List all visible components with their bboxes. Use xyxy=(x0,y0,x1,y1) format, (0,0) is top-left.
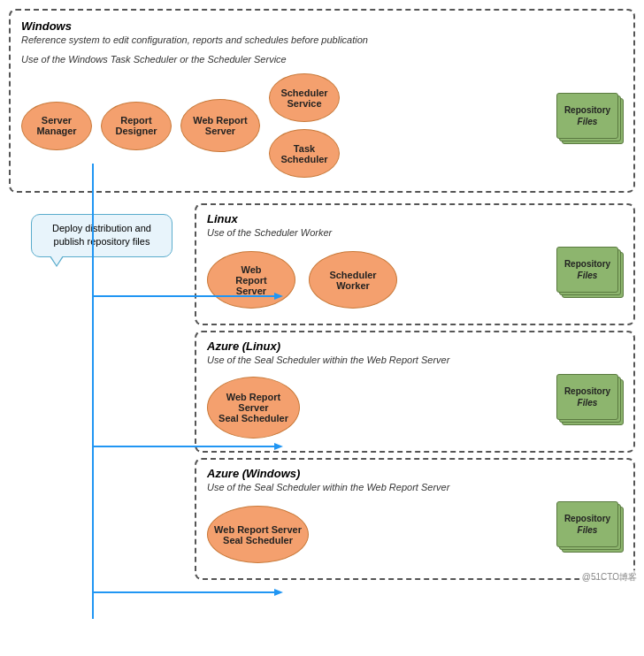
node-scheduler-service: SchedulerService xyxy=(269,73,340,122)
azure-linux-subtitle: Use of the Seal Scheduler within the Web… xyxy=(207,355,623,365)
azure-windows-title: Azure (Windows) xyxy=(207,467,623,480)
watermark: @51CTO博客 xyxy=(579,570,640,584)
azure-windows-subtitle: Use of the Seal Scheduler within the Web… xyxy=(207,482,623,492)
file-card-aw-3: RepositoryFiles xyxy=(556,501,618,547)
repo-stack-windows: RepositoryFiles xyxy=(556,93,623,159)
azure-windows-section: Azure (Windows) Use of the Seal Schedule… xyxy=(195,458,635,580)
repo-stack-linux: RepositoryFiles xyxy=(556,247,623,313)
repo-files-azure-windows: RepositoryFiles xyxy=(556,501,623,568)
repo-files-linux: RepositoryFiles xyxy=(556,247,623,313)
repo-label-azure-windows: RepositoryFiles xyxy=(564,513,610,536)
azure-linux-title: Azure (Linux) xyxy=(207,339,623,353)
deploy-label: Deploy distribution and publish reposito… xyxy=(52,223,151,247)
main-container: Windows Reference system to edit configu… xyxy=(0,0,644,589)
right-sections: Linux Use of the Scheduler Worker WebRep… xyxy=(195,196,635,580)
linux-subtitle: Use of the Scheduler Worker xyxy=(207,227,623,238)
scheduler-group: SchedulerService TaskScheduler xyxy=(269,73,340,178)
repo-stack-azure-linux: RepositoryFiles xyxy=(556,374,623,440)
node-task-scheduler: TaskScheduler xyxy=(269,129,340,178)
azure-linux-section: Azure (Linux) Use of the Seal Scheduler … xyxy=(195,331,635,453)
node-web-report-server-win: Web ReportServer xyxy=(180,99,260,152)
repo-label-windows: RepositoryFiles xyxy=(564,104,610,127)
windows-nodes-row: ServerManager ReportDesigner Web ReportS… xyxy=(21,73,623,178)
linux-row: WebReportServer SchedulerWorker Reposito… xyxy=(207,247,623,313)
repo-files-azure-linux: RepositoryFiles xyxy=(556,374,623,440)
azure-linux-row: Web ReportServerSeal Scheduler Repositor… xyxy=(207,374,623,440)
svg-marker-6 xyxy=(274,589,283,596)
repo-label-linux: RepositoryFiles xyxy=(564,258,610,281)
node-web-report-server-seal-windows: Web Report ServerSeal Scheduler xyxy=(207,506,309,563)
deploy-bubble: Deploy distribution and publish reposito… xyxy=(31,214,172,257)
windows-section: Windows Reference system to edit configu… xyxy=(9,9,635,193)
file-card-win-3: RepositoryFiles xyxy=(556,93,618,139)
repo-label-azure-linux: RepositoryFiles xyxy=(564,385,610,408)
node-web-report-server-linux: WebReportServer xyxy=(207,251,295,309)
middle-area: Deploy distribution and publish reposito… xyxy=(9,196,635,580)
node-web-report-server-seal-linux: Web ReportServerSeal Scheduler xyxy=(207,377,300,439)
node-report-designer: ReportDesigner xyxy=(101,102,172,150)
windows-title: Windows xyxy=(21,19,623,33)
repo-files-windows: RepositoryFiles xyxy=(556,93,623,159)
node-server-manager: ServerManager xyxy=(21,102,92,150)
left-connector: Deploy distribution and publish reposito… xyxy=(9,196,195,580)
windows-subtitle1: Reference system to edit configuration, … xyxy=(21,34,623,45)
linux-title: Linux xyxy=(207,212,623,225)
file-card-linux-3: RepositoryFiles xyxy=(556,247,618,293)
repo-stack-azure-windows: RepositoryFiles xyxy=(556,501,623,568)
azure-windows-row: Web Report ServerSeal Scheduler Reposito… xyxy=(207,501,623,568)
file-card-al-3: RepositoryFiles xyxy=(556,374,618,420)
linux-section: Linux Use of the Scheduler Worker WebRep… xyxy=(195,203,635,325)
windows-subtitle2: Use of the Windows Task Scheduler or the… xyxy=(21,54,623,65)
node-scheduler-worker: SchedulerWorker xyxy=(309,251,397,309)
